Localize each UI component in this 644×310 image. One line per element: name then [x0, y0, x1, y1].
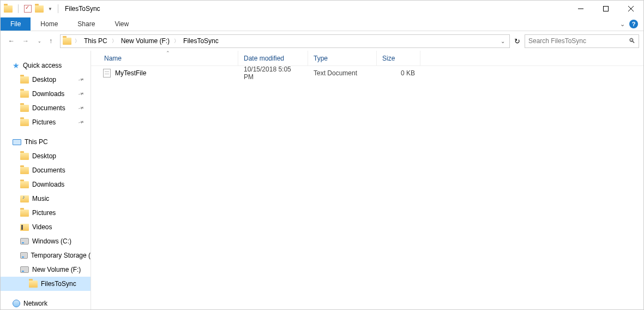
file-list-pane: Name Date modified Type Size ⌃ MyTestFil… — [91, 51, 643, 309]
main-area: ★ Quick access Desktop 📌︎ Downloads 📌︎ D… — [1, 51, 643, 309]
svg-rect-1 — [604, 7, 609, 11]
tab-share[interactable]: Share — [68, 17, 105, 31]
folder-icon — [4, 5, 13, 13]
separator — [58, 4, 58, 13]
network-icon — [13, 300, 20, 307]
nav-label: Desktop — [32, 76, 56, 84]
file-type-cell: Text Document — [308, 69, 377, 77]
breadcrumb-this-pc[interactable]: This PC — [82, 35, 110, 47]
tab-view[interactable]: View — [105, 17, 139, 31]
column-headers: Name Date modified Type Size — [91, 51, 643, 66]
breadcrumb-current[interactable]: FilesToSync — [181, 35, 221, 47]
nav-label: Desktop — [32, 152, 56, 160]
nav-label: Windows (C:) — [32, 237, 71, 245]
folder-icon — [20, 153, 29, 160]
nav-label: Documents — [32, 166, 65, 174]
nav-label: New Volume (F:) — [32, 266, 81, 273]
pin-icon: 📌︎ — [77, 118, 86, 127]
nav-drive-c[interactable]: Windows (C:) — [1, 234, 91, 248]
nav-label: This PC — [25, 138, 48, 146]
sort-indicator-icon: ⌃ — [166, 50, 170, 56]
tab-file[interactable]: File — [1, 17, 31, 31]
tab-home[interactable]: Home — [31, 17, 68, 31]
address-dropdown-icon[interactable]: ⌄ — [501, 38, 505, 44]
nav-quick-access[interactable]: ★ Quick access — [1, 58, 91, 73]
file-name: MyTestFile — [115, 69, 146, 77]
nav-label: Pictures — [32, 118, 56, 126]
drive-icon — [20, 238, 29, 245]
column-name[interactable]: Name — [91, 51, 238, 65]
file-name-cell: MyTestFile — [91, 69, 238, 78]
breadcrumb-label: This PC — [84, 37, 107, 45]
nav-section-this-pc: This PC Desktop Documents Downloads Musi… — [1, 135, 91, 291]
nav-label: Temporary Storage ( — [31, 252, 91, 259]
search-icon[interactable]: 🔍︎ — [629, 37, 635, 45]
nav-network[interactable]: Network — [1, 296, 91, 309]
chevron-right-icon[interactable]: 〉 — [172, 38, 181, 45]
column-type[interactable]: Type — [308, 51, 377, 65]
window-controls — [568, 1, 643, 17]
nav-documents[interactable]: Documents 📌︎ — [1, 101, 91, 115]
minimize-button[interactable] — [568, 1, 593, 17]
quick-access-toolbar: ▼ — [1, 4, 61, 13]
address-bar[interactable]: 〉 This PC 〉 New Volume (F:) 〉 FilesToSyn… — [60, 34, 510, 48]
search-input[interactable] — [528, 37, 629, 45]
nav-pc-pictures[interactable]: Pictures — [1, 206, 91, 220]
maximize-button[interactable] — [593, 1, 618, 17]
navigation-pane: ★ Quick access Desktop 📌︎ Downloads 📌︎ D… — [1, 51, 91, 309]
nav-pictures[interactable]: Pictures 📌︎ — [1, 115, 91, 129]
nav-pc-videos[interactable]: Videos — [1, 220, 91, 234]
nav-drive-temp[interactable]: Temporary Storage ( — [1, 248, 91, 263]
qat-dropdown-icon[interactable]: ▼ — [48, 7, 52, 11]
close-button[interactable] — [618, 1, 643, 17]
history-dropdown-icon[interactable]: ⌄ — [38, 39, 41, 44]
nav-label: Quick access — [23, 62, 62, 69]
pin-icon: 📌︎ — [77, 90, 86, 98]
star-icon: ★ — [13, 61, 20, 70]
chevron-right-icon[interactable]: 〉 — [73, 38, 82, 45]
ribbon-expand-icon[interactable]: ⌄ — [620, 21, 625, 28]
location-folder-icon — [63, 38, 71, 45]
nav-pc-music[interactable]: Music — [1, 192, 91, 206]
file-size-cell: 0 KB — [377, 69, 420, 77]
breadcrumb-volume[interactable]: New Volume (F:) — [119, 35, 172, 47]
nav-pc-desktop[interactable]: Desktop — [1, 149, 91, 163]
properties-icon[interactable] — [24, 5, 32, 13]
nav-drive-f[interactable]: New Volume (F:) — [1, 263, 91, 277]
nav-desktop[interactable]: Desktop 📌︎ — [1, 73, 91, 87]
file-date-cell: 10/15/2018 5:05 PM — [238, 65, 308, 81]
pin-icon: 📌︎ — [77, 104, 86, 112]
nav-downloads[interactable]: Downloads 📌︎ — [1, 87, 91, 101]
back-button[interactable]: ← — [8, 37, 15, 45]
folder-icon — [20, 105, 29, 112]
pin-icon: 📌︎ — [77, 75, 86, 84]
column-date[interactable]: Date modified — [238, 51, 308, 65]
ribbon-tabs: File Home Share View ⌄ ? — [1, 17, 643, 31]
nav-this-pc[interactable]: This PC — [1, 135, 91, 149]
text-file-icon — [103, 69, 111, 78]
nav-pc-downloads[interactable]: Downloads — [1, 177, 91, 192]
search-box[interactable]: 🔍︎ — [525, 34, 639, 48]
nav-pc-documents[interactable]: Documents — [1, 163, 91, 177]
column-label: Type — [314, 55, 328, 62]
nav-label: Documents — [32, 104, 65, 112]
column-label: Name — [104, 55, 122, 62]
nav-filestosync[interactable]: FilesToSync — [1, 277, 91, 291]
column-size[interactable]: Size — [377, 51, 420, 65]
nav-section-network: Network — [1, 296, 91, 309]
address-row: ← → ⌄ ↑ 〉 This PC 〉 New Volume (F:) 〉 Fi… — [1, 31, 643, 51]
chevron-right-icon[interactable]: 〉 — [110, 38, 119, 45]
new-folder-icon[interactable] — [35, 5, 44, 13]
breadcrumb-label: New Volume (F:) — [121, 37, 170, 45]
nav-label: Downloads — [32, 90, 64, 98]
column-label: Size — [382, 55, 395, 62]
file-row[interactable]: MyTestFile 10/15/2018 5:05 PM Text Docum… — [91, 66, 643, 80]
folder-icon — [29, 281, 38, 288]
up-button[interactable]: ↑ — [49, 37, 52, 45]
refresh-button[interactable]: ↻ — [514, 37, 520, 45]
help-icon[interactable]: ? — [629, 20, 638, 28]
separator — [18, 4, 19, 13]
nav-label: Videos — [32, 223, 52, 231]
forward-button[interactable]: → — [22, 37, 29, 45]
music-folder-icon — [20, 195, 29, 202]
